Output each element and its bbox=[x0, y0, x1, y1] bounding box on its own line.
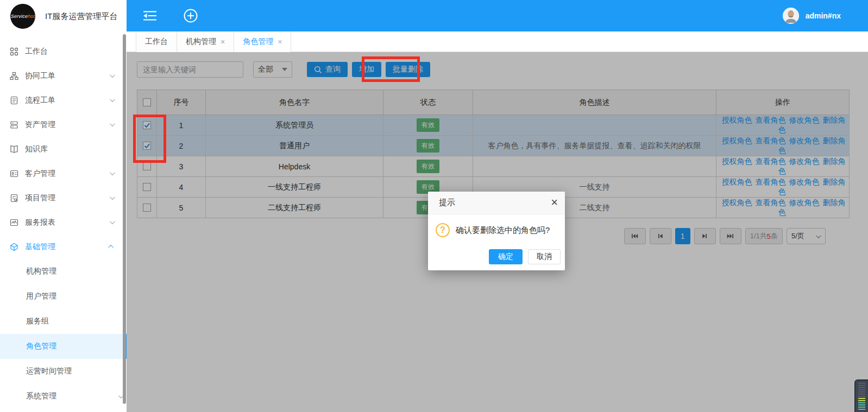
cancel-button[interactable]: 取消 bbox=[528, 249, 561, 264]
chevron-down-icon bbox=[110, 170, 115, 175]
open-book-icon bbox=[10, 145, 18, 154]
sidebar-subitem-label: 机构管理 bbox=[26, 267, 127, 276]
sidebar-item-customers[interactable]: 客户管理 bbox=[0, 161, 127, 186]
avatar-image bbox=[783, 8, 799, 24]
sidebar-subitem-user-management[interactable]: 用户管理 bbox=[0, 284, 127, 309]
sidebar-subitem-label: 角色管理 bbox=[26, 341, 124, 351]
sidebar-subitem-system-management[interactable]: 系统管理 bbox=[0, 384, 127, 409]
tab-role-management[interactable]: 角色管理 × bbox=[234, 31, 291, 52]
project-file-icon bbox=[10, 194, 18, 202]
sidebar-subitem-org-management[interactable]: 机构管理 bbox=[0, 259, 127, 284]
tab-workbench[interactable]: 工作台 bbox=[136, 31, 177, 52]
tab-label: 工作台 bbox=[145, 37, 168, 47]
sidebar-item-label: 资产管理 bbox=[25, 120, 110, 130]
sidebar-item-label: 知识库 bbox=[25, 144, 118, 154]
chevron-down-icon bbox=[110, 97, 115, 102]
question-mark-icon: ? bbox=[436, 223, 450, 237]
tab-close-icon[interactable]: × bbox=[221, 37, 225, 46]
sidebar-item-label: 基础管理 bbox=[25, 242, 110, 252]
confirm-button[interactable]: 确定 bbox=[489, 249, 523, 264]
sidebar-subitem-label: 服务组 bbox=[26, 316, 127, 326]
sidebar-item-label: 服务报表 bbox=[25, 218, 110, 227]
sidebar-item-knowledge-base[interactable]: 知识库 bbox=[0, 137, 127, 161]
dialog-title: 提示 bbox=[439, 198, 455, 208]
tab-bar: 工作台 机构管理 × 角色管理 × bbox=[127, 31, 868, 52]
sidebar-item-collab-orders[interactable]: 协同工单 bbox=[0, 64, 127, 88]
tab-close-icon[interactable]: × bbox=[278, 37, 282, 46]
tab-org-management[interactable]: 机构管理 × bbox=[177, 31, 234, 52]
contact-card-icon bbox=[10, 169, 18, 178]
sidebar-item-projects[interactable]: 项目管理 bbox=[0, 186, 127, 210]
app-title: IT服务运营管理平台 bbox=[45, 11, 117, 22]
dialog-close-icon[interactable]: × bbox=[551, 195, 558, 210]
sidebar-subitem-label: 运营时间管理 bbox=[26, 366, 127, 376]
add-new-icon[interactable] bbox=[183, 8, 198, 23]
sidebar-item-workbench[interactable]: 工作台 bbox=[0, 39, 127, 64]
cube-icon bbox=[10, 243, 18, 251]
sidebar-item-reports[interactable]: 服务报表 bbox=[0, 210, 127, 234]
org-nodes-icon bbox=[10, 72, 18, 80]
confirm-dialog: 提示 × ? 确认要删除选中的角色吗? 确定 取消 bbox=[428, 192, 565, 270]
collapse-menu-icon[interactable] bbox=[143, 10, 157, 21]
chevron-down-icon bbox=[110, 72, 115, 78]
tab-label: 机构管理 bbox=[186, 37, 216, 47]
sidebar-item-label: 工作台 bbox=[25, 47, 118, 56]
sidebar-menu: 工作台 协同工单 流程工单 资产管理 知识库 客户管理 项目管理 bbox=[0, 39, 127, 409]
sidebar-item-assets[interactable]: 资产管理 bbox=[0, 112, 127, 137]
top-bar: admin#nx bbox=[127, 0, 868, 31]
dialog-footer: 确定 取消 bbox=[489, 249, 561, 264]
logo-text: Service bbox=[11, 14, 28, 19]
audio-meter-widget bbox=[854, 379, 868, 412]
sidebar-item-label: 客户管理 bbox=[25, 169, 110, 179]
dialog-message: 确认要删除选中的角色吗? bbox=[456, 225, 550, 236]
server-stack-icon bbox=[10, 121, 18, 129]
chart-wave-icon bbox=[10, 218, 18, 227]
brand: Servicehot IT服务运营管理平台 bbox=[0, 0, 127, 33]
sidebar-subitem-role-management[interactable]: 角色管理 bbox=[0, 334, 127, 359]
sidebar-item-label: 协同工单 bbox=[25, 71, 110, 81]
document-lines-icon bbox=[10, 96, 18, 105]
sidebar-item-label: 流程工单 bbox=[25, 96, 110, 105]
sidebar-subitem-operation-time[interactable]: 运营时间管理 bbox=[0, 359, 127, 384]
chevron-down-icon bbox=[110, 194, 115, 200]
sidebar-item-label: 项目管理 bbox=[25, 193, 110, 203]
sidebar-subitem-label: 用户管理 bbox=[26, 291, 127, 301]
sidebar-subitem-service-group[interactable]: 服务组 bbox=[0, 309, 127, 334]
workbench-grid-icon bbox=[10, 47, 18, 56]
username[interactable]: admin#nx bbox=[806, 11, 841, 20]
tab-label: 角色管理 bbox=[243, 37, 273, 47]
sidebar-item-process-orders[interactable]: 流程工单 bbox=[0, 88, 127, 112]
sidebar: Servicehot IT服务运营管理平台 工作台 协同工单 流程工单 资产管理… bbox=[0, 0, 127, 412]
chevron-down-icon bbox=[110, 121, 115, 126]
sidebar-subitem-label: 系统管理 bbox=[26, 391, 118, 401]
sidebar-item-base-management[interactable]: 基础管理 bbox=[0, 234, 127, 259]
logo-text-accent: hot bbox=[28, 14, 35, 19]
user-avatar[interactable] bbox=[783, 8, 799, 24]
chevron-down-icon bbox=[110, 219, 115, 224]
sidebar-scrollbar[interactable] bbox=[123, 34, 126, 404]
servicehot-logo: Servicehot bbox=[10, 4, 35, 29]
dialog-body: ? 确认要删除选中的角色吗? bbox=[428, 214, 565, 237]
dialog-header: 提示 bbox=[428, 192, 565, 214]
